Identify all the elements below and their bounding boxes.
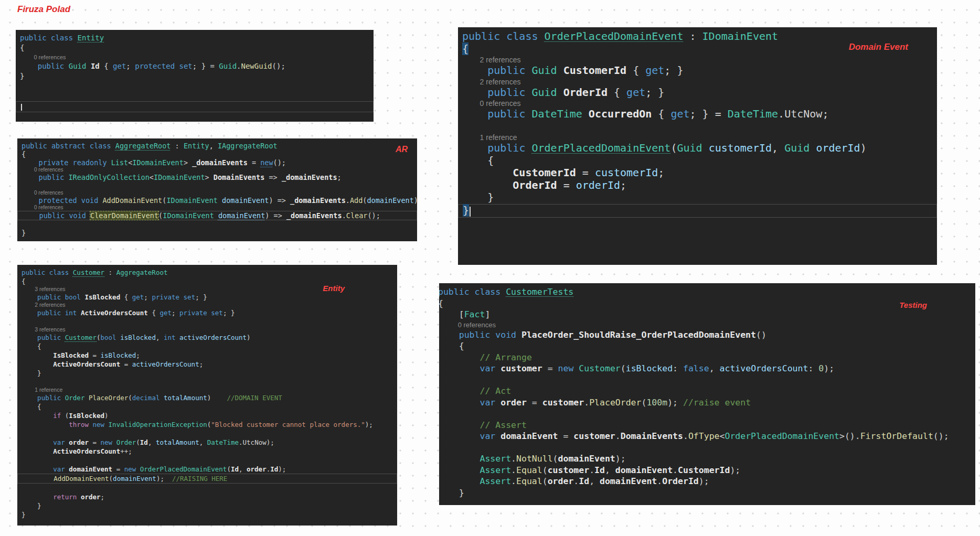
code-panel-domain-event[interactable]: Domain Event public class OrderPlacedDom… [458, 27, 937, 265]
code-line[interactable]: public Customer(bool isBlocked, int acti… [22, 333, 393, 342]
code-line[interactable]: if (IsBlocked) [22, 411, 393, 420]
codelens-references[interactable]: 1 reference [22, 387, 393, 393]
code-line[interactable]: } [22, 369, 393, 378]
code-line[interactable]: } [20, 71, 369, 81]
empty-line[interactable] [20, 91, 369, 101]
code-line[interactable]: Assert.Equal(customer.Id, domainEvent.Cu… [439, 465, 971, 476]
current-line[interactable] [16, 101, 374, 112]
code-editor-domain-event[interactable]: public class OrderPlacedDomainEvent : ID… [462, 30, 933, 218]
code-line[interactable]: { [462, 155, 933, 167]
code-line[interactable]: var domainEvent = customer.DomainEvents.… [439, 431, 971, 442]
code-line[interactable]: { [439, 340, 971, 352]
code-line[interactable]: public int ActiveOrdersCount { get; priv… [22, 308, 393, 317]
code-line[interactable]: var order = new Order(Id, totalAmount, D… [22, 438, 393, 447]
code-panel-entity[interactable]: public class Entity{0 references public … [16, 30, 374, 122]
code-line[interactable]: protected void AddDomainEvent(IDomainEve… [22, 196, 413, 205]
empty-line[interactable] [22, 378, 393, 387]
code-token: ) => [265, 211, 286, 220]
code-line[interactable]: ActiveOrdersCount++; [22, 447, 393, 456]
code-line[interactable]: CustomerId = customerId; [462, 167, 933, 179]
code-line[interactable]: { [20, 43, 369, 53]
code-line[interactable]: public OrderPlacedDomainEvent(Guid custo… [462, 142, 933, 155]
empty-line[interactable] [439, 374, 971, 386]
codelens-references[interactable]: 2 references [22, 302, 393, 308]
code-line[interactable]: var order = customer.PlaceOrder(100m); /… [439, 397, 971, 409]
empty-line[interactable] [20, 81, 369, 91]
code-editor-customer-tests[interactable]: public class CustomerTests{ [Fact]0 refe… [439, 286, 971, 498]
empty-line[interactable] [22, 484, 393, 492]
code-line[interactable]: Assert.NotNull(domainEvent); [439, 453, 971, 465]
codelens-references[interactable]: 3 references [22, 326, 393, 333]
code-line[interactable]: } [22, 501, 393, 510]
code-line[interactable]: public Guid Id { get; protected set; } =… [20, 61, 369, 71]
code-line[interactable]: OrderId = orderId; [462, 179, 933, 192]
code-line[interactable]: } [439, 487, 971, 499]
code-token: OrderId [563, 86, 614, 99]
code-token: ; } = [690, 108, 728, 120]
codelens-references[interactable]: 0 references [439, 320, 971, 329]
codelens-references[interactable]: 0 references [20, 53, 369, 61]
code-line[interactable]: IsBlocked = isBlocked; [22, 351, 393, 360]
code-line[interactable]: public Order PlaceOrder(decimal totalAmo… [22, 393, 393, 402]
code-line[interactable]: { [439, 298, 971, 309]
codelens-references[interactable]: 2 references [462, 55, 933, 65]
code-line[interactable]: public Guid CustomerId { get; } [462, 65, 933, 77]
code-line[interactable]: // Act [439, 385, 971, 397]
current-line[interactable]: } [458, 204, 937, 218]
code-line[interactable]: } [22, 510, 393, 519]
code-line[interactable]: ActiveOrdersCount = activeOrdersCount; [22, 360, 393, 369]
code-token: { [658, 108, 670, 120]
code-panel-customer[interactable]: Entity public class Customer : Aggregate… [17, 265, 397, 526]
code-editor-entity[interactable]: public class Entity{0 references public … [20, 33, 369, 112]
code-panel-customer-tests[interactable]: Testing public class CustomerTests{ [Fac… [439, 283, 975, 505]
empty-line[interactable] [439, 408, 971, 420]
codelens-references[interactable]: 1 reference [462, 133, 933, 142]
codelens-references[interactable]: 0 references [462, 99, 933, 108]
empty-line[interactable] [439, 442, 971, 454]
codelens-references[interactable]: 0 references [22, 167, 413, 173]
code-line[interactable]: public bool IsBlocked { get; private set… [22, 293, 393, 302]
code-line[interactable]: // Arrange [439, 352, 971, 363]
code-line[interactable]: var domainEvent = new OrderPlacedDomainE… [22, 465, 393, 474]
empty-line[interactable] [462, 121, 933, 133]
code-line[interactable]: public class Entity [20, 33, 369, 43]
code-panel-aggregate-root[interactable]: AR public abstract class AggregateRoot :… [17, 138, 417, 241]
code-line[interactable]: { [22, 402, 393, 411]
code-editor-customer[interactable]: public class Customer : AggregateRoot{3 … [22, 268, 393, 519]
code-line[interactable]: throw new InvalidOperationException("Blo… [22, 420, 393, 429]
code-line[interactable]: { [22, 150, 413, 158]
code-line[interactable]: public abstract class AggregateRoot : En… [22, 142, 413, 150]
code-line[interactable]: public DateTime OccurredOn { get; } = Da… [462, 108, 933, 121]
code-token: Fact [464, 309, 485, 319]
code-line[interactable]: public class OrderPlacedDomainEvent : ID… [462, 30, 933, 43]
code-line[interactable]: public void PlaceOrder_ShouldRaise_Order… [439, 329, 971, 341]
code-line[interactable]: public class CustomerTests [439, 286, 971, 298]
code-line[interactable]: private readonly List<IDomainEvent> _dom… [22, 158, 413, 167]
empty-line[interactable] [22, 456, 393, 465]
code-token: IDomainEvent [154, 173, 205, 181]
code-line[interactable]: Assert.Equal(order.Id, domainEvent.Order… [439, 476, 971, 487]
empty-line[interactable] [22, 429, 393, 438]
code-line[interactable]: public IReadOnlyCollection<IDomainEvent>… [22, 173, 413, 181]
code-line[interactable]: var customer = new Customer(isBlocked: f… [439, 363, 971, 374]
code-editor-aggregate-root[interactable]: public abstract class AggregateRoot : En… [22, 142, 413, 237]
codelens-references[interactable]: 0 references [22, 205, 413, 211]
current-line[interactable]: public void ClearDomainEvent(IDomainEven… [17, 211, 417, 220]
code-token: // Arrange [480, 352, 531, 362]
codelens-references[interactable]: 0 references [22, 190, 413, 196]
empty-line[interactable] [22, 220, 413, 229]
code-line[interactable]: { [22, 342, 393, 351]
empty-line[interactable] [22, 181, 413, 190]
code-token: .UtcNow); [239, 438, 274, 446]
current-line[interactable]: AddDomainEvent(domainEvent); //RAISING H… [17, 474, 397, 484]
code-line[interactable]: public class Customer : AggregateRoot [22, 268, 393, 277]
code-line[interactable]: [Fact] [439, 309, 971, 320]
codelens-references[interactable]: 2 references [462, 77, 933, 87]
code-token: Order [116, 438, 136, 446]
empty-line[interactable] [22, 317, 393, 326]
code-line[interactable]: // Assert [439, 420, 971, 431]
code-line[interactable]: } [22, 229, 413, 237]
code-line[interactable]: } [462, 191, 933, 204]
code-line[interactable]: return order; [22, 492, 393, 501]
code-line[interactable]: public Guid OrderId { get; } [462, 87, 933, 99]
